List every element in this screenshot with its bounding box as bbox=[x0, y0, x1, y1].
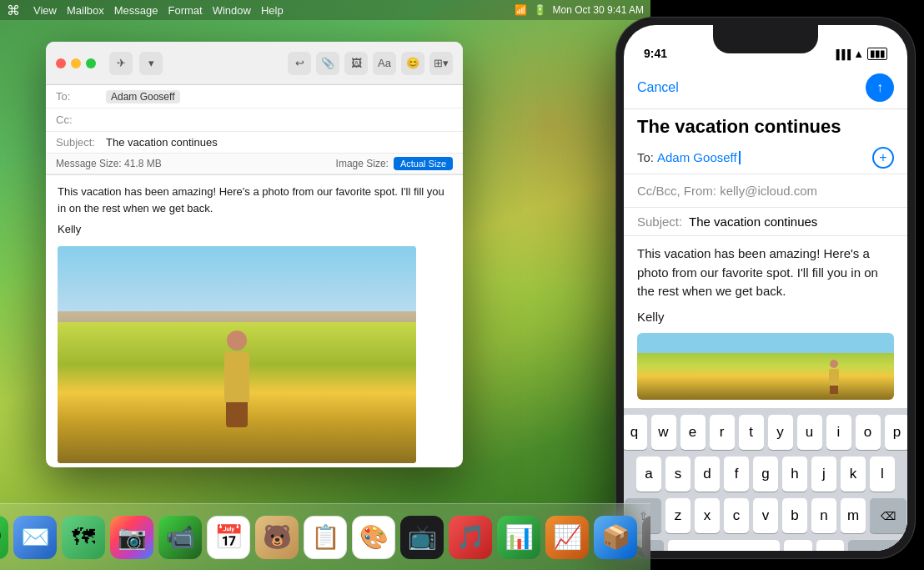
ios-mail-body[interactable]: This vacation has been amazing! Here's a… bbox=[624, 236, 907, 408]
iphone-device: 9:41 ▐▐▐ ▲ ▮▮▮ Cancel ↑ The vacation con… bbox=[615, 17, 916, 559]
key-r[interactable]: r bbox=[710, 415, 735, 450]
dock-numbers[interactable]: 📊 bbox=[497, 516, 540, 559]
cc-label: Cc: bbox=[56, 113, 106, 126]
keyboard-row-1: q w e r t y u i o p bbox=[627, 415, 904, 450]
key-a[interactable]: a bbox=[636, 457, 661, 492]
subject-value[interactable]: The vacation continues bbox=[106, 136, 218, 149]
photo-person bbox=[212, 330, 262, 431]
delete-key[interactable]: ⌫ bbox=[870, 498, 906, 533]
ios-send-button[interactable]: ↑ bbox=[866, 73, 894, 102]
dot-key[interactable]: . bbox=[816, 540, 845, 551]
dock-messages[interactable]: 💬 bbox=[0, 516, 8, 559]
text-cursor bbox=[739, 151, 741, 164]
ios-add-recipient-button[interactable]: + bbox=[872, 147, 894, 169]
key-u[interactable]: u bbox=[797, 415, 822, 450]
ios-subject-value[interactable]: The vacation continues bbox=[689, 214, 817, 229]
message-size-value: 41.8 MB bbox=[124, 158, 162, 169]
ios-cancel-button[interactable]: Cancel bbox=[637, 80, 679, 95]
dock-appstore[interactable]: 📦 bbox=[594, 516, 637, 559]
space-key[interactable]: space bbox=[668, 540, 780, 551]
macos-dock: ⊞ 🧭 💬 ✉️ 🗺 📷 📹 📅 🐻 📋 🎨 📺 🎵 📊 📈 📦 ⚙️ 🎮 🗑 bbox=[0, 503, 650, 570]
menu-window[interactable]: Window bbox=[213, 4, 251, 17]
key-o[interactable]: o bbox=[856, 415, 881, 450]
dock-photos[interactable]: 📷 bbox=[110, 516, 153, 559]
mail-fields: To: Adam Gooseff Cc: Subject: The vacati… bbox=[46, 85, 463, 175]
ios-mini-head bbox=[830, 360, 838, 368]
key-f[interactable]: f bbox=[724, 457, 749, 492]
cc-field-row: Cc: bbox=[46, 108, 463, 132]
wifi-status-icon: ▲ bbox=[853, 48, 864, 60]
dock-appletv[interactable]: 📺 bbox=[400, 516, 444, 559]
key-e[interactable]: e bbox=[680, 415, 706, 450]
key-h[interactable]: h bbox=[782, 457, 807, 492]
menu-help[interactable]: Help bbox=[261, 4, 284, 17]
dock-contacts[interactable]: 🐻 bbox=[255, 516, 299, 559]
key-n[interactable]: n bbox=[811, 498, 836, 533]
send-dropdown-button[interactable]: ▾ bbox=[139, 52, 163, 75]
font-button[interactable]: Aa bbox=[373, 52, 396, 75]
send-button[interactable]: ✈ bbox=[109, 52, 133, 75]
close-button[interactable] bbox=[56, 58, 66, 68]
dock-mail[interactable]: ✉️ bbox=[13, 516, 57, 559]
dock-freeform[interactable]: 🎨 bbox=[352, 516, 395, 559]
key-s[interactable]: s bbox=[665, 457, 690, 492]
keyboard-row-4: 123 space @ . return bbox=[627, 540, 904, 551]
ios-to-field[interactable]: To: Adam Gooseff + bbox=[624, 141, 907, 174]
menu-format[interactable]: Format bbox=[168, 4, 203, 17]
more-button[interactable]: ⊞▾ bbox=[429, 52, 453, 75]
actual-size-button[interactable]: Actual Size bbox=[394, 157, 453, 170]
ios-subject-field[interactable]: Subject: The vacation continues bbox=[624, 208, 907, 236]
send-arrow-icon: ↑ bbox=[876, 80, 883, 95]
minimize-button[interactable] bbox=[71, 58, 81, 68]
key-t[interactable]: t bbox=[739, 415, 764, 450]
key-z[interactable]: z bbox=[665, 498, 690, 533]
menu-message[interactable]: Message bbox=[114, 4, 158, 17]
dock-maps[interactable]: 🗺 bbox=[62, 516, 105, 559]
ios-subject-title[interactable]: The vacation continues bbox=[624, 109, 907, 141]
dock-systemsettings[interactable]: ⚙️ bbox=[642, 516, 650, 559]
key-g[interactable]: g bbox=[753, 457, 778, 492]
attach-button[interactable]: 📎 bbox=[316, 52, 339, 75]
message-size-row: Message Size: 41.8 MB Image Size: Actual… bbox=[46, 154, 463, 174]
recipient-tag[interactable]: Adam Gooseff bbox=[106, 90, 180, 103]
key-x[interactable]: x bbox=[695, 498, 720, 533]
undo-button[interactable]: ↩ bbox=[288, 52, 311, 75]
key-j[interactable]: j bbox=[811, 457, 836, 492]
subject-field-row[interactable]: Subject: The vacation continues bbox=[46, 132, 463, 154]
key-q[interactable]: q bbox=[624, 415, 647, 450]
ios-from-value: kelly@icloud.com bbox=[720, 184, 817, 198]
key-v[interactable]: v bbox=[753, 498, 778, 533]
key-k[interactable]: k bbox=[841, 457, 866, 492]
maximize-button[interactable] bbox=[86, 58, 96, 68]
emoji-button[interactable]: 😊 bbox=[401, 52, 424, 75]
ios-cc-field[interactable]: Cc/Bcc, From: kelly@icloud.com bbox=[624, 174, 907, 208]
ios-signature: Kelly bbox=[637, 308, 894, 327]
key-l[interactable]: l bbox=[870, 457, 895, 492]
key-w[interactable]: w bbox=[651, 415, 676, 450]
key-y[interactable]: y bbox=[768, 415, 793, 450]
subject-label: Subject: bbox=[56, 136, 106, 149]
apple-menu-icon[interactable]: ⌘ bbox=[7, 3, 20, 18]
dock-calendar[interactable]: 📅 bbox=[207, 516, 250, 559]
ios-recipient[interactable]: Adam Gooseff bbox=[657, 150, 737, 164]
key-i[interactable]: i bbox=[826, 415, 851, 450]
key-m[interactable]: m bbox=[841, 498, 866, 533]
key-p[interactable]: p bbox=[885, 415, 908, 450]
key-c[interactable]: c bbox=[724, 498, 749, 533]
dock-keynote[interactable]: 📈 bbox=[545, 516, 589, 559]
key-b[interactable]: b bbox=[782, 498, 807, 533]
key-d[interactable]: d bbox=[695, 457, 720, 492]
menu-view[interactable]: View bbox=[33, 4, 57, 17]
mail-body[interactable]: This vacation has been amazing! Here's a… bbox=[46, 175, 463, 467]
to-field-row: To: Adam Gooseff bbox=[46, 85, 463, 108]
dock-reminders[interactable]: 📋 bbox=[304, 516, 347, 559]
dock-facetime[interactable]: 📹 bbox=[158, 516, 202, 559]
photo-button[interactable]: 🖼 bbox=[344, 52, 368, 75]
at-key[interactable]: @ bbox=[784, 540, 812, 551]
return-key[interactable]: return bbox=[848, 540, 904, 551]
ios-keyboard: q w e r t y u i o p a s bbox=[624, 408, 907, 551]
menu-mailbox[interactable]: Mailbox bbox=[67, 4, 104, 17]
mail-toolbar: ✈ ▾ ↩ 📎 🖼 Aa 😊 ⊞▾ bbox=[46, 42, 463, 85]
iphone-status-icons: ▐▐▐ ▲ ▮▮▮ bbox=[833, 48, 887, 60]
dock-music[interactable]: 🎵 bbox=[449, 516, 492, 559]
